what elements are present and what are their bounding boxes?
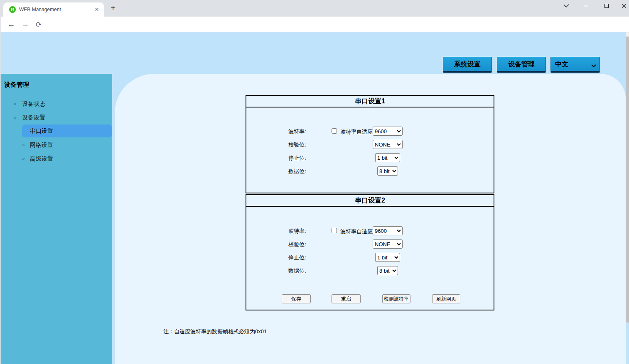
browser-tab[interactable]: R WEB Management ✕ (3, 2, 104, 17)
baud-auto-checkbox[interactable] (332, 228, 337, 233)
baud-auto-label: 波特率自适应 (340, 228, 373, 235)
stop-bit-row: 停止位: 1 bit (246, 253, 494, 262)
baud-rate-label: 波特率: (288, 227, 306, 235)
web-page: 系统设置 设备管理 中文 设备管理 » 设备状态 » 设备设置 串口设置 » (0, 32, 629, 364)
data-bit-select[interactable]: 8 bit (377, 166, 398, 176)
sidebar-item-label: 设备设置 (22, 113, 45, 122)
baud-note-text: 注：自适应波特率的数据帧格式必须为0x01 (163, 328, 267, 335)
language-select-wrap: 中文 (550, 57, 600, 73)
panel-body-serial-2: 波特率: 波特率自适应 9600 校验位: NONE (246, 206, 494, 310)
stop-bit-row: 停止位: 1 bit (246, 153, 494, 162)
back-icon[interactable]: ← (6, 17, 17, 32)
refresh-page-button[interactable]: 刷新网页 (432, 294, 460, 303)
sidebar-item-label: 设备状态 (22, 99, 45, 108)
baud-rate-row: 波特率: 波特率自适应 9600 (246, 226, 494, 235)
sidebar-item-device-status[interactable]: » 设备状态 (0, 99, 112, 108)
parity-row: 校验位: NONE (246, 140, 494, 149)
maximize-icon (604, 4, 609, 8)
baud-rate-select[interactable]: 9600 (373, 226, 403, 235)
baud-rate-row: 波特率: 波特率自适应 9600 (246, 127, 494, 136)
system-settings-button[interactable]: 系统设置 (443, 57, 492, 73)
baud-rate-label: 波特率: (288, 128, 306, 135)
sidebar-item-device-settings[interactable]: » 设备设置 (0, 113, 112, 122)
data-bit-row: 数据位: 8 bit (246, 266, 494, 275)
new-tab-button[interactable]: + (108, 3, 118, 13)
browser-toolbar: ← → ⟳ 不安全 192.168.0.148/html/DeviceSet.h… (0, 17, 629, 32)
panel-title-serial-1: 串口设置1 (246, 95, 494, 107)
minimize-button[interactable] (580, 0, 592, 12)
parity-select[interactable]: NONE (373, 140, 403, 149)
page-scrollbar[interactable] (626, 32, 629, 322)
stop-bit-select[interactable]: 1 bit (375, 153, 400, 162)
sidebar-item-label: 高级设置 (30, 154, 53, 163)
arrow-bullet-icon: » (14, 113, 17, 122)
window-edge (0, 0, 1, 364)
detect-baud-button[interactable]: 检测波特率 (382, 294, 410, 303)
maximize-button[interactable] (600, 0, 613, 12)
tab-close-icon[interactable]: ✕ (93, 6, 101, 13)
tab-title: WEB Management (19, 2, 61, 17)
arrow-bullet-icon: » (22, 140, 25, 149)
close-icon (622, 3, 627, 8)
content-area: 串口设置1 波特率: 波特率自适应 9600 校验位: NONE (115, 74, 626, 364)
parity-select[interactable]: NONE (373, 239, 403, 249)
device-management-button[interactable]: 设备管理 (497, 57, 546, 73)
arrow-bullet-icon: » (22, 154, 25, 163)
data-bit-label: 数据位: (288, 267, 306, 275)
tab-favicon: R (9, 6, 16, 13)
tab-strip: R WEB Management ✕ + (0, 0, 629, 17)
baud-rate-select[interactable]: 9600 (373, 127, 403, 136)
sidebar-item-serial-settings-selected[interactable]: 串口设置 (22, 125, 112, 137)
stop-bit-label: 停止位: (288, 154, 306, 162)
data-bit-select[interactable]: 8 bit (377, 266, 398, 275)
scrollbar-thumb[interactable] (626, 37, 629, 322)
browser-window: R WEB Management ✕ + ← → ⟳ 不安全 (0, 0, 629, 364)
restart-button[interactable]: 重启 (332, 294, 361, 303)
forward-icon[interactable]: → (20, 17, 31, 32)
sidebar-item-advanced-settings[interactable]: » 高级设置 (0, 154, 112, 163)
language-select[interactable]: 中文 (550, 57, 600, 73)
stop-bit-select[interactable]: 1 bit (375, 253, 400, 262)
sidebar: 设备管理 » 设备状态 » 设备设置 串口设置 » 网络设置 » 高级设置 (0, 74, 112, 364)
save-button[interactable]: 保存 (282, 294, 311, 303)
arrow-bullet-icon: » (14, 99, 17, 108)
sidebar-item-label: 网络设置 (30, 140, 53, 149)
sidebar-item-network-settings[interactable]: » 网络设置 (0, 140, 112, 149)
minimize-icon (584, 6, 588, 6)
panel-title-serial-2: 串口设置2 (246, 194, 494, 207)
parity-row: 校验位: NONE (246, 239, 494, 249)
parity-label: 校验位: (288, 141, 306, 149)
panel-body-serial-1: 波特率: 波特率自适应 9600 校验位: NONE (246, 107, 494, 193)
data-bit-label: 数据位: (288, 168, 306, 175)
close-window-button[interactable] (618, 0, 629, 12)
baud-auto-checkbox[interactable] (332, 128, 337, 134)
baud-auto-label: 波特率自适应 (340, 128, 373, 136)
parity-label: 校验位: (288, 241, 306, 248)
data-bit-row: 数据位: 8 bit (246, 166, 494, 176)
reload-icon[interactable]: ⟳ (33, 17, 44, 32)
stop-bit-label: 停止位: (288, 254, 306, 261)
tab-search-chevron-icon[interactable] (560, 0, 572, 12)
sidebar-title: 设备管理 (4, 81, 29, 89)
